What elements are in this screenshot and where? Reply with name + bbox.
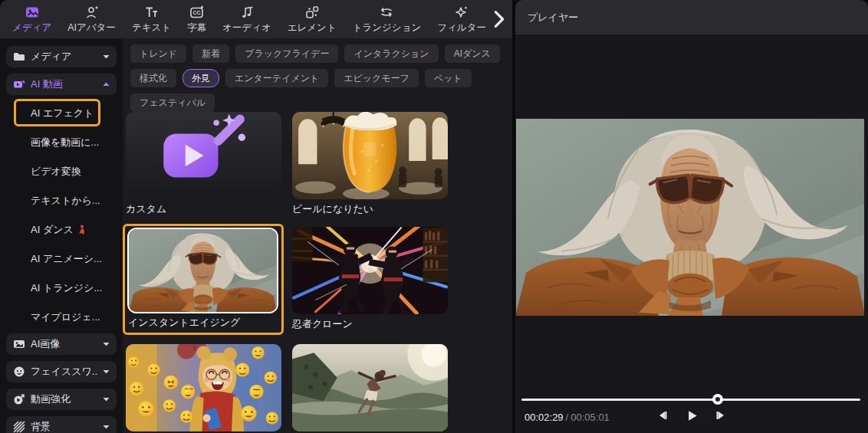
toolbar-tab-filters[interactable]: フィルター — [437, 5, 486, 34]
sidebar-section-ai-video[interactable]: AI 動画 — [6, 74, 117, 95]
left-region: メディア AIアバター テキスト CC 字幕 オーディオ エレメント — [0, 0, 512, 433]
filter-chip-appearance[interactable]: 外見 — [182, 69, 219, 87]
toolbar-tab-text[interactable]: テキスト — [132, 5, 171, 34]
sidebar-item-label: AI アニメーシ... — [31, 244, 102, 274]
highlight-box-instant-aging: インスタントエイジング — [123, 224, 284, 335]
toolbar-tab-label: メディア — [12, 21, 51, 34]
elements-icon — [304, 5, 320, 20]
image-icon — [13, 338, 25, 350]
toolbar-tab-label: エレメント — [288, 21, 337, 34]
toolbar-tab-transitions[interactable]: トランジション — [353, 5, 422, 34]
sidebar-section-face-swap[interactable]: フェイススワ... — [6, 361, 117, 382]
sidebar-section-media[interactable]: メディア — [6, 46, 117, 67]
custom-effect-icon — [126, 112, 281, 199]
seek-bar[interactable] — [521, 399, 860, 401]
sidebar-item-label: AI トランジシ... — [31, 274, 102, 303]
stripes-icon — [13, 421, 25, 433]
sidebar-item-video-convert[interactable]: ビデオ変換 — [0, 157, 123, 186]
filter-chip-festival[interactable]: フェスティバル — [130, 93, 215, 112]
next-frame-button[interactable] — [715, 409, 727, 422]
chevron-right-icon[interactable] — [491, 10, 508, 28]
sidebar-item-label: テキストから... — [31, 186, 100, 215]
total-time: 00:05:01 — [570, 412, 610, 423]
chevron-down-icon — [103, 425, 110, 429]
folder-icon — [13, 51, 25, 63]
sidebar-item-label: マイプロジェ... — [31, 303, 100, 332]
player-header: プレイヤー — [515, 0, 868, 34]
current-time: 00:02:29 — [524, 412, 564, 423]
svg-text:CC: CC — [192, 10, 200, 15]
sidebar-item-label: 画像を動画に... — [31, 128, 99, 157]
enhance-icon — [13, 393, 25, 405]
effect-card-label: ビールになりたい — [292, 202, 448, 216]
toolbar-tab-audio[interactable]: オーディオ — [222, 5, 271, 34]
effects-panel: トレンド 新着 ブラックフライデー インタラクション AIダンス 様式化 外見 … — [123, 38, 512, 433]
transition-arrows-icon — [379, 5, 394, 20]
chevron-down-icon — [103, 397, 110, 402]
music-note-icon — [239, 5, 255, 20]
filter-chip-black-friday[interactable]: ブラックフライデー — [235, 44, 338, 63]
subtitles-icon: CC — [189, 5, 205, 20]
sidebar-item-ai-animation[interactable]: AI アニメーシ... — [0, 244, 123, 274]
toolbar-tab-media[interactable]: メディア — [12, 5, 51, 34]
dancer-emoji-icon — [77, 225, 87, 235]
effect-thumbnail-selected[interactable] — [127, 228, 278, 313]
sparkle-icon — [454, 5, 469, 20]
sidebar-section-label: 背景 — [31, 420, 97, 433]
chevron-down-icon — [103, 342, 110, 346]
sidebar-section-video-enhance[interactable]: 動画強化 — [6, 389, 117, 410]
chevron-up-icon — [103, 82, 110, 87]
play-button[interactable] — [686, 409, 698, 422]
effect-thumbnail[interactable] — [292, 112, 448, 199]
sidebar-section-ai-image[interactable]: AI画像 — [6, 333, 117, 355]
filter-chip-pet[interactable]: ペット — [425, 69, 472, 87]
toolbar-tab-subtitles[interactable]: CC 字幕 — [187, 5, 206, 34]
toolbar-tab-label: トランジション — [353, 21, 422, 34]
top-toolbar: メディア AIアバター テキスト CC 字幕 オーディオ エレメント — [0, 0, 512, 38]
play-icon — [686, 410, 698, 422]
toolbar-tab-ai-avatar[interactable]: AIアバター — [67, 5, 116, 34]
filter-chip-new[interactable]: 新着 — [192, 44, 229, 63]
sidebar-item-label: AI ダンス — [31, 215, 74, 244]
filter-chip-epic-morph[interactable]: エピックモーフ — [334, 69, 419, 87]
player-panel: プレイヤー 00:02:29/00:05:01 — [515, 0, 868, 433]
player-title: プレイヤー — [528, 11, 578, 25]
filter-chip-stylize[interactable]: 様式化 — [130, 69, 176, 87]
filter-chip-trend[interactable]: トレンド — [130, 44, 186, 63]
effect-card-custom: カスタム — [126, 112, 281, 216]
sidebar-item-text-to[interactable]: テキストから... — [0, 186, 123, 215]
sidebar-section-label: AI画像 — [31, 337, 97, 351]
effect-thumbnail[interactable] — [126, 112, 281, 199]
effect-thumbnail[interactable] — [292, 227, 448, 314]
sidebar-item-my-projects[interactable]: マイプロジェ... — [0, 303, 123, 332]
effect-card-ninja-clone: 忍者クローン — [292, 227, 448, 331]
effect-thumbnail[interactable] — [126, 344, 281, 431]
ai-video-submenu: AI エフェクト 画像を動画に... ビデオ変換 テキストから... AI ダン… — [0, 99, 123, 332]
sidebar-item-ai-dance[interactable]: AI ダンス — [0, 215, 123, 244]
toolbar-tab-label: オーディオ — [222, 21, 271, 34]
chevron-down-icon — [103, 54, 110, 59]
previous-frame-button[interactable] — [656, 409, 669, 422]
sidebar-item-image-to-video[interactable]: 画像を動画に... — [0, 128, 123, 157]
effect-card-emoji — [126, 344, 281, 431]
effect-card-beer: ビールになりたい — [292, 112, 448, 216]
sidebar-item-ai-transition[interactable]: AI トランジシ... — [0, 274, 123, 303]
sidebar-item-label: AI エフェクト — [31, 99, 94, 128]
sidebar-section-label: AI 動画 — [31, 77, 97, 91]
effect-thumbnail[interactable] — [292, 344, 448, 431]
sidebar-section-label: メディア — [31, 50, 97, 64]
toolbar-tab-elements[interactable]: エレメント — [288, 5, 337, 34]
filter-chip-ai-dance[interactable]: AIダンス — [445, 44, 500, 63]
video-preview[interactable] — [516, 119, 864, 316]
filter-chip-interaction[interactable]: インタラクション — [344, 44, 438, 63]
sidebar-section-background[interactable]: 背景 — [6, 416, 117, 433]
sidebar-section-label: フェイススワ... — [31, 365, 97, 379]
seek-handle[interactable] — [712, 394, 723, 405]
filter-chip-entertainment[interactable]: エンターテイメント — [225, 69, 328, 87]
toolbar-tab-label: フィルター — [437, 21, 486, 34]
sidebar-item-ai-effects[interactable]: AI エフェクト — [0, 99, 123, 128]
toolbar-tab-label: AIアバター — [67, 21, 116, 34]
toolbar-tab-label: テキスト — [132, 21, 171, 34]
time-display: 00:02:29/00:05:01 — [524, 412, 610, 423]
sidebar-section-label: 動画強化 — [31, 392, 97, 406]
